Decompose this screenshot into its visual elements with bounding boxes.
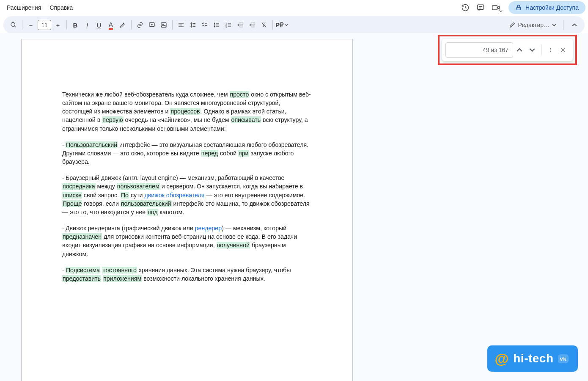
svg-rect-3 [492,6,497,10]
at-icon: @ [495,351,509,366]
find-more-button[interactable] [544,44,557,56]
paragraph[interactable]: · Движок рендеринга (графический движок … [62,224,312,258]
font-size-decrease[interactable]: − [25,19,37,31]
toolbar-separator [272,20,273,30]
find-panel [442,39,573,61]
svg-point-24 [214,26,215,27]
share-button[interactable]: Настройки Доступа [508,1,585,14]
toolbar-separator [22,20,22,30]
find-separator [541,44,541,55]
find-input[interactable] [445,42,513,58]
svg-point-43 [550,51,551,52]
find-prev-button[interactable] [513,44,526,56]
find-panel-highlight [438,35,577,65]
editing-mode-label: Редактир… [518,22,550,28]
video-call-icon[interactable] [488,0,503,15]
menu-help[interactable]: Справка [45,2,77,14]
italic-button[interactable]: I [81,19,93,31]
hide-menus-button[interactable] [569,19,580,31]
svg-point-41 [550,48,551,49]
toolbar-separator [66,20,67,30]
bold-button[interactable]: B [69,19,81,31]
toolbar: − 11 + B I U A 123 P₽ [3,16,585,34]
document-area: Технически же любой веб-обозреватель куд… [0,33,588,381]
menu-extensions[interactable]: Расширения [3,2,45,14]
decrease-indent-button[interactable] [234,19,246,31]
history-icon[interactable] [458,0,473,15]
paragraph[interactable]: · Подсистема постоянного хранения данных… [62,266,312,283]
numbered-list-button[interactable]: 123 [223,19,234,31]
highlight-color-button[interactable] [117,19,129,31]
link-engine[interactable]: движок обозревателя [145,192,205,199]
underline-button[interactable]: U [93,19,105,31]
svg-rect-0 [478,5,484,9]
svg-point-6 [11,22,15,26]
watermark-text: hi-tech [513,352,553,365]
paragraph[interactable]: · Браузерный движок (англ. layout engine… [62,174,312,216]
share-label: Настройки Доступа [525,4,579,11]
toolbar-separator [172,20,173,30]
svg-point-42 [550,50,551,50]
find-close-button[interactable] [557,44,569,56]
menubar: Расширения Справка Настройки Доступа [0,0,588,15]
svg-point-22 [214,23,215,24]
text-color-button[interactable]: A [105,19,117,31]
bulleted-list-button[interactable] [211,19,223,31]
toolbar-separator [131,20,132,30]
toolbar-separator [563,20,563,30]
svg-marker-4 [497,6,499,9]
font-size-increase[interactable]: + [52,19,64,31]
find-next-button[interactable] [526,44,539,56]
toolbar-right: Редактир… [505,19,580,31]
align-button[interactable] [175,19,187,31]
svg-rect-11 [161,23,166,28]
search-menus-button[interactable] [8,19,19,31]
svg-line-7 [14,26,16,27]
pencil-icon [509,22,516,28]
svg-rect-5 [517,7,520,10]
watermark-badge: @ hi-tech vk [487,345,578,372]
insert-link-button[interactable] [134,19,146,31]
chevron-down-icon [552,23,556,27]
lock-icon [515,4,522,11]
clear-formatting-button[interactable] [258,19,270,31]
paragraph[interactable]: · Пользовательский интерфейс — это визуа… [62,141,312,166]
font-size-control: − 11 + [25,19,64,31]
checklist-button[interactable] [199,19,211,31]
add-comment-button[interactable] [146,19,158,31]
svg-text:3: 3 [225,26,227,28]
editing-mode-button[interactable]: Редактир… [505,20,561,30]
link-renderer[interactable]: рендерер [195,225,222,232]
paragraph[interactable]: Технически же любой веб-обозреватель куд… [62,90,312,133]
font-size-value[interactable]: 11 [38,20,51,30]
vk-icon: vk [558,354,569,363]
document-page[interactable]: Технически же любой веб-обозреватель куд… [21,39,353,381]
svg-point-23 [214,25,215,25]
ruble-sign-button[interactable]: P₽ [275,19,288,31]
insert-image-button[interactable] [158,19,170,31]
line-spacing-button[interactable] [187,19,199,31]
increase-indent-button[interactable] [246,19,258,31]
comments-icon[interactable] [473,0,488,15]
